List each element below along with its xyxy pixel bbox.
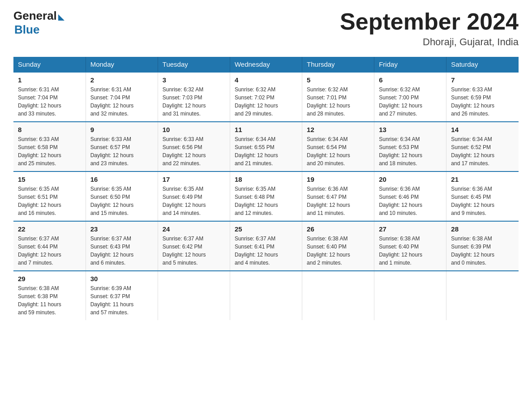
calendar-cell: 11 Sunrise: 6:34 AMSunset: 6:55 PMDaylig… [230,122,302,171]
calendar-cell [230,271,302,320]
calendar-cell: 10 Sunrise: 6:33 AMSunset: 6:56 PMDaylig… [158,122,230,171]
day-info: Sunrise: 6:35 AMSunset: 6:50 PMDaylight:… [90,185,153,217]
calendar-week-row-3: 15 Sunrise: 6:35 AMSunset: 6:51 PMDaylig… [13,171,519,221]
day-info: Sunrise: 6:35 AMSunset: 6:49 PMDaylight:… [163,185,225,217]
calendar-cell [446,271,519,320]
day-number: 20 [379,176,442,183]
day-number: 18 [235,176,297,183]
calendar-cell: 3 Sunrise: 6:32 AMSunset: 7:03 PMDayligh… [158,72,230,122]
day-info: Sunrise: 6:33 AMSunset: 6:56 PMDaylight:… [163,135,225,167]
day-number: 3 [163,76,225,84]
day-number: 28 [451,225,514,233]
calendar-cell: 17 Sunrise: 6:35 AMSunset: 6:49 PMDaylig… [158,171,230,221]
day-info: Sunrise: 6:32 AMSunset: 7:00 PMDaylight:… [379,86,442,118]
day-number: 25 [235,225,297,233]
day-number: 19 [307,176,369,183]
calendar-cell: 14 Sunrise: 6:34 AMSunset: 6:52 PMDaylig… [446,122,519,171]
day-number: 2 [90,76,153,84]
calendar-cell: 4 Sunrise: 6:32 AMSunset: 7:02 PMDayligh… [230,72,302,122]
calendar-cell: 19 Sunrise: 6:36 AMSunset: 6:47 PMDaylig… [302,171,374,221]
day-number: 10 [163,126,225,133]
day-info: Sunrise: 6:32 AMSunset: 7:03 PMDaylight:… [163,86,225,118]
calendar-cell: 22 Sunrise: 6:37 AMSunset: 6:44 PMDaylig… [13,221,86,271]
calendar-cell: 27 Sunrise: 6:38 AMSunset: 6:40 PMDaylig… [374,221,446,271]
calendar-cell: 24 Sunrise: 6:37 AMSunset: 6:42 PMDaylig… [158,221,230,271]
day-info: Sunrise: 6:33 AMSunset: 6:58 PMDaylight:… [18,135,81,167]
day-number: 23 [90,225,153,233]
day-number: 17 [163,176,225,183]
day-number: 14 [451,126,514,133]
day-number: 13 [379,126,442,133]
calendar-header-row: Sunday Monday Tuesday Wednesday Thursday… [13,57,519,72]
logo: General Blue [13,9,64,37]
calendar-cell: 5 Sunrise: 6:32 AMSunset: 7:01 PMDayligh… [302,72,374,122]
day-info: Sunrise: 6:37 AMSunset: 6:44 PMDaylight:… [18,235,81,267]
day-number: 11 [235,126,297,133]
calendar-cell: 30 Sunrise: 6:39 AMSunset: 6:37 PMDaylig… [86,271,158,320]
day-info: Sunrise: 6:33 AMSunset: 6:57 PMDaylight:… [90,135,153,167]
day-info: Sunrise: 6:32 AMSunset: 7:01 PMDaylight:… [307,86,369,118]
day-info: Sunrise: 6:34 AMSunset: 6:52 PMDaylight:… [451,135,514,167]
calendar-cell: 21 Sunrise: 6:36 AMSunset: 6:45 PMDaylig… [446,171,519,221]
day-number: 5 [307,76,369,84]
day-number: 4 [235,76,297,84]
day-number: 16 [90,176,153,183]
day-info: Sunrise: 6:34 AMSunset: 6:54 PMDaylight:… [307,135,369,167]
day-info: Sunrise: 6:38 AMSunset: 6:40 PMDaylight:… [379,235,442,267]
calendar-week-row-1: 1 Sunrise: 6:31 AMSunset: 7:04 PMDayligh… [13,72,519,122]
day-number: 6 [379,76,442,84]
day-number: 24 [163,225,225,233]
day-number: 8 [18,126,81,133]
col-friday: Friday [374,57,446,72]
logo-general-text: General [13,9,57,23]
logo-triangle-icon [58,14,64,21]
title-block: September 2024 Dhoraji, Gujarat, India [340,9,519,48]
calendar-week-row-2: 8 Sunrise: 6:33 AMSunset: 6:58 PMDayligh… [13,122,519,171]
col-monday: Monday [86,57,158,72]
page-header: General Blue September 2024 Dhoraji, Guj… [13,9,519,48]
calendar-week-row-5: 29 Sunrise: 6:38 AMSunset: 6:38 PMDaylig… [13,271,519,320]
day-info: Sunrise: 6:36 AMSunset: 6:46 PMDaylight:… [379,185,442,217]
calendar-cell: 1 Sunrise: 6:31 AMSunset: 7:04 PMDayligh… [13,72,86,122]
day-number: 15 [18,176,81,183]
day-info: Sunrise: 6:36 AMSunset: 6:45 PMDaylight:… [451,185,514,217]
day-info: Sunrise: 6:32 AMSunset: 7:02 PMDaylight:… [235,86,297,118]
location-subtitle: Dhoraji, Gujarat, India [340,36,519,48]
col-sunday: Sunday [13,57,86,72]
month-year-title: September 2024 [340,9,519,34]
day-info: Sunrise: 6:34 AMSunset: 6:53 PMDaylight:… [379,135,442,167]
logo-blue-text: Blue [14,23,39,37]
calendar-cell: 13 Sunrise: 6:34 AMSunset: 6:53 PMDaylig… [374,122,446,171]
col-wednesday: Wednesday [230,57,302,72]
col-thursday: Thursday [302,57,374,72]
calendar-cell: 6 Sunrise: 6:32 AMSunset: 7:00 PMDayligh… [374,72,446,122]
calendar-cell: 25 Sunrise: 6:37 AMSunset: 6:41 PMDaylig… [230,221,302,271]
day-info: Sunrise: 6:34 AMSunset: 6:55 PMDaylight:… [235,135,297,167]
calendar-cell [158,271,230,320]
day-number: 21 [451,176,514,183]
day-info: Sunrise: 6:38 AMSunset: 6:38 PMDaylight:… [18,284,81,317]
day-number: 9 [90,126,153,133]
calendar-week-row-4: 22 Sunrise: 6:37 AMSunset: 6:44 PMDaylig… [13,221,519,271]
calendar-cell: 8 Sunrise: 6:33 AMSunset: 6:58 PMDayligh… [13,122,86,171]
day-number: 22 [18,225,81,233]
day-number: 30 [90,275,153,283]
calendar-cell: 9 Sunrise: 6:33 AMSunset: 6:57 PMDayligh… [86,122,158,171]
day-number: 1 [18,76,81,84]
day-number: 26 [307,225,369,233]
day-info: Sunrise: 6:31 AMSunset: 7:04 PMDaylight:… [90,86,153,118]
calendar-cell [302,271,374,320]
day-info: Sunrise: 6:37 AMSunset: 6:43 PMDaylight:… [90,235,153,267]
calendar-cell: 26 Sunrise: 6:38 AMSunset: 6:40 PMDaylig… [302,221,374,271]
calendar-cell: 28 Sunrise: 6:38 AMSunset: 6:39 PMDaylig… [446,221,519,271]
day-number: 27 [379,225,442,233]
day-number: 12 [307,126,369,133]
calendar-cell: 2 Sunrise: 6:31 AMSunset: 7:04 PMDayligh… [86,72,158,122]
day-number: 7 [451,76,514,84]
day-info: Sunrise: 6:33 AMSunset: 6:59 PMDaylight:… [451,86,514,118]
col-tuesday: Tuesday [158,57,230,72]
day-info: Sunrise: 6:31 AMSunset: 7:04 PMDaylight:… [18,86,81,118]
day-info: Sunrise: 6:37 AMSunset: 6:42 PMDaylight:… [163,235,225,267]
calendar-cell: 18 Sunrise: 6:35 AMSunset: 6:48 PMDaylig… [230,171,302,221]
day-number: 29 [18,275,81,283]
